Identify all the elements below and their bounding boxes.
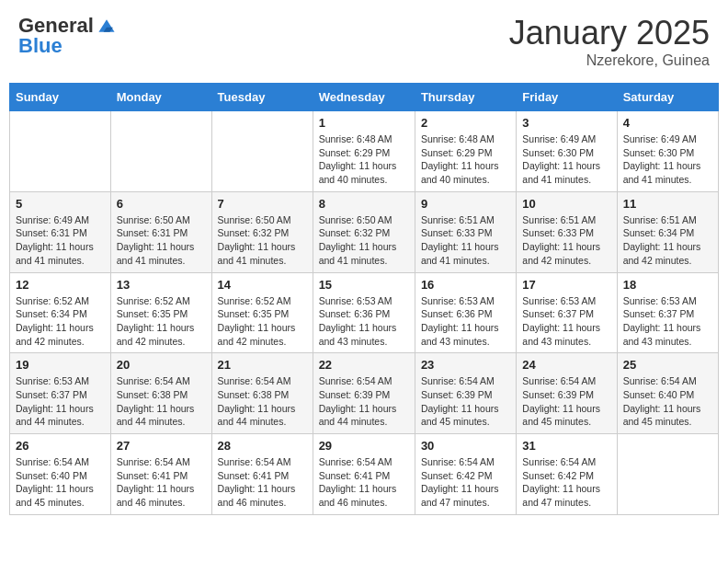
day-number: 12 (16, 278, 105, 292)
calendar-cell: 24Sunrise: 6:54 AMSunset: 6:39 PMDayligh… (517, 353, 617, 434)
calendar-cell: 31Sunrise: 6:54 AMSunset: 6:42 PMDayligh… (517, 434, 617, 515)
day-number: 20 (117, 358, 206, 372)
calendar-cell: 21Sunrise: 6:54 AMSunset: 6:38 PMDayligh… (211, 353, 313, 434)
day-info: Sunrise: 6:52 AMSunset: 6:35 PMDaylight:… (117, 294, 206, 349)
day-number: 22 (319, 358, 409, 372)
calendar-cell: 8Sunrise: 6:50 AMSunset: 6:32 PMDaylight… (313, 191, 415, 272)
calendar-cell: 28Sunrise: 6:54 AMSunset: 6:41 PMDayligh… (211, 434, 313, 515)
calendar-cell: 23Sunrise: 6:54 AMSunset: 6:39 PMDayligh… (415, 353, 516, 434)
calendar-cell: 5Sunrise: 6:49 AMSunset: 6:31 PMDaylight… (10, 191, 111, 272)
day-number: 5 (16, 197, 105, 211)
page-header: General Blue January 2025 Nzerekore, Gui… (9, 9, 719, 74)
day-info: Sunrise: 6:52 AMSunset: 6:35 PMDaylight:… (218, 294, 307, 349)
day-info: Sunrise: 6:51 AMSunset: 6:33 PMDaylight:… (421, 213, 510, 268)
day-number: 2 (421, 116, 510, 130)
calendar-cell: 3Sunrise: 6:49 AMSunset: 6:30 PMDaylight… (517, 111, 617, 192)
calendar-cell: 7Sunrise: 6:50 AMSunset: 6:32 PMDaylight… (211, 191, 313, 272)
day-info: Sunrise: 6:49 AMSunset: 6:30 PMDaylight:… (522, 132, 610, 187)
day-number: 26 (16, 439, 105, 453)
calendar-cell: 26Sunrise: 6:54 AMSunset: 6:40 PMDayligh… (10, 434, 111, 515)
header-tuesday: Tuesday (211, 84, 313, 111)
day-number: 18 (623, 278, 712, 292)
title-block: January 2025 Nzerekore, Guinea (509, 14, 710, 69)
calendar-cell (211, 111, 313, 192)
day-info: Sunrise: 6:51 AMSunset: 6:34 PMDaylight:… (623, 213, 712, 268)
day-info: Sunrise: 6:54 AMSunset: 6:39 PMDaylight:… (522, 374, 610, 429)
day-info: Sunrise: 6:53 AMSunset: 6:37 PMDaylight:… (16, 374, 105, 429)
day-info: Sunrise: 6:48 AMSunset: 6:29 PMDaylight:… (421, 132, 510, 187)
calendar-cell: 13Sunrise: 6:52 AMSunset: 6:35 PMDayligh… (110, 272, 211, 353)
day-info: Sunrise: 6:53 AMSunset: 6:36 PMDaylight:… (319, 294, 409, 349)
calendar-cell: 29Sunrise: 6:54 AMSunset: 6:41 PMDayligh… (313, 434, 415, 515)
day-number: 29 (319, 439, 409, 453)
day-info: Sunrise: 6:54 AMSunset: 6:42 PMDaylight:… (421, 455, 510, 510)
day-number: 17 (522, 278, 610, 292)
header-thursday: Thursday (415, 84, 516, 111)
day-number: 24 (522, 358, 610, 372)
day-number: 16 (421, 278, 510, 292)
day-info: Sunrise: 6:54 AMSunset: 6:40 PMDaylight:… (623, 374, 712, 429)
day-number: 27 (117, 439, 206, 453)
calendar-table: SundayMondayTuesdayWednesdayThursdayFrid… (9, 83, 719, 515)
calendar-cell: 2Sunrise: 6:48 AMSunset: 6:29 PMDaylight… (415, 111, 516, 192)
calendar-week-2: 5Sunrise: 6:49 AMSunset: 6:31 PMDaylight… (10, 191, 719, 272)
day-number: 15 (319, 278, 409, 292)
calendar-week-5: 26Sunrise: 6:54 AMSunset: 6:40 PMDayligh… (10, 434, 719, 515)
header-friday: Friday (517, 84, 617, 111)
calendar-header-row: SundayMondayTuesdayWednesdayThursdayFrid… (10, 84, 719, 111)
calendar-cell: 15Sunrise: 6:53 AMSunset: 6:36 PMDayligh… (313, 272, 415, 353)
day-number: 19 (16, 358, 105, 372)
day-number: 21 (218, 358, 307, 372)
day-info: Sunrise: 6:51 AMSunset: 6:33 PMDaylight:… (522, 213, 610, 268)
logo-icon (96, 15, 118, 37)
day-info: Sunrise: 6:54 AMSunset: 6:41 PMDaylight:… (117, 455, 206, 510)
logo-blue: Blue (18, 34, 63, 58)
day-number: 28 (218, 439, 307, 453)
day-info: Sunrise: 6:54 AMSunset: 6:42 PMDaylight:… (522, 455, 610, 510)
calendar-cell (110, 111, 211, 192)
calendar-cell: 27Sunrise: 6:54 AMSunset: 6:41 PMDayligh… (110, 434, 211, 515)
calendar-cell: 14Sunrise: 6:52 AMSunset: 6:35 PMDayligh… (211, 272, 313, 353)
calendar-cell: 22Sunrise: 6:54 AMSunset: 6:39 PMDayligh… (313, 353, 415, 434)
calendar-cell: 30Sunrise: 6:54 AMSunset: 6:42 PMDayligh… (415, 434, 516, 515)
day-number: 30 (421, 439, 510, 453)
day-info: Sunrise: 6:50 AMSunset: 6:31 PMDaylight:… (117, 213, 206, 268)
header-monday: Monday (110, 84, 211, 111)
calendar-cell: 18Sunrise: 6:53 AMSunset: 6:37 PMDayligh… (617, 272, 718, 353)
calendar-cell: 11Sunrise: 6:51 AMSunset: 6:34 PMDayligh… (617, 191, 718, 272)
day-info: Sunrise: 6:54 AMSunset: 6:40 PMDaylight:… (16, 455, 105, 510)
calendar-cell (10, 111, 111, 192)
location: Nzerekore, Guinea (509, 52, 710, 69)
header-wednesday: Wednesday (313, 84, 415, 111)
day-info: Sunrise: 6:53 AMSunset: 6:37 PMDaylight:… (522, 294, 610, 349)
day-number: 1 (319, 116, 409, 130)
day-number: 31 (522, 439, 610, 453)
calendar-cell: 19Sunrise: 6:53 AMSunset: 6:37 PMDayligh… (10, 353, 111, 434)
day-number: 9 (421, 197, 510, 211)
calendar-week-3: 12Sunrise: 6:52 AMSunset: 6:34 PMDayligh… (10, 272, 719, 353)
calendar-cell: 16Sunrise: 6:53 AMSunset: 6:36 PMDayligh… (415, 272, 516, 353)
day-info: Sunrise: 6:54 AMSunset: 6:39 PMDaylight:… (421, 374, 510, 429)
day-info: Sunrise: 6:49 AMSunset: 6:30 PMDaylight:… (623, 132, 712, 187)
calendar-cell: 25Sunrise: 6:54 AMSunset: 6:40 PMDayligh… (617, 353, 718, 434)
day-info: Sunrise: 6:50 AMSunset: 6:32 PMDaylight:… (319, 213, 409, 268)
day-number: 25 (623, 358, 712, 372)
day-number: 11 (623, 197, 712, 211)
header-sunday: Sunday (10, 84, 111, 111)
day-number: 8 (319, 197, 409, 211)
day-info: Sunrise: 6:54 AMSunset: 6:41 PMDaylight:… (319, 455, 409, 510)
day-info: Sunrise: 6:54 AMSunset: 6:41 PMDaylight:… (218, 455, 307, 510)
calendar-cell: 20Sunrise: 6:54 AMSunset: 6:38 PMDayligh… (110, 353, 211, 434)
day-number: 14 (218, 278, 307, 292)
calendar-cell: 17Sunrise: 6:53 AMSunset: 6:37 PMDayligh… (517, 272, 617, 353)
day-info: Sunrise: 6:48 AMSunset: 6:29 PMDaylight:… (319, 132, 409, 187)
header-saturday: Saturday (617, 84, 718, 111)
day-info: Sunrise: 6:50 AMSunset: 6:32 PMDaylight:… (218, 213, 307, 268)
day-number: 13 (117, 278, 206, 292)
day-info: Sunrise: 6:52 AMSunset: 6:34 PMDaylight:… (16, 294, 105, 349)
logo: General Blue (18, 14, 118, 58)
day-number: 10 (522, 197, 610, 211)
day-info: Sunrise: 6:53 AMSunset: 6:37 PMDaylight:… (623, 294, 712, 349)
calendar-cell: 1Sunrise: 6:48 AMSunset: 6:29 PMDaylight… (313, 111, 415, 192)
month-title: January 2025 (509, 14, 710, 52)
